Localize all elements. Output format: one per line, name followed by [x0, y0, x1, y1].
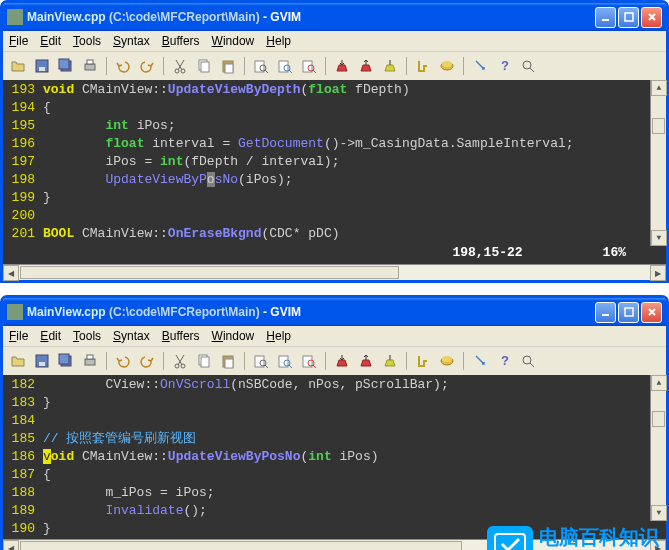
scroll-right-icon[interactable]: ▶ [650, 265, 666, 281]
undo-icon[interactable] [112, 350, 134, 372]
session-save-icon[interactable] [355, 350, 377, 372]
script-icon[interactable] [379, 350, 401, 372]
menu-buffers[interactable]: Buffers [162, 34, 200, 48]
script-icon[interactable] [379, 55, 401, 77]
help-icon[interactable]: ? [493, 55, 515, 77]
close-button[interactable] [641, 7, 662, 28]
help-icon[interactable]: ? [493, 350, 515, 372]
menu-help[interactable]: Help [266, 34, 291, 48]
print-icon[interactable] [79, 350, 101, 372]
watermark-badge-icon [487, 526, 533, 551]
minimize-button[interactable] [595, 7, 616, 28]
line-number: 196 [3, 135, 43, 153]
code-line[interactable]: 196 float interval = GetDocument()->m_Ca… [3, 135, 666, 153]
find-icon[interactable] [250, 55, 272, 77]
menu-buffers[interactable]: Buffers [162, 329, 200, 343]
menu-edit[interactable]: Edit [40, 329, 61, 343]
search-help-icon[interactable] [517, 55, 539, 77]
find-icon[interactable] [250, 350, 272, 372]
save-icon[interactable] [31, 350, 53, 372]
code-line[interactable]: 188 m_iPos = iPos; [3, 484, 666, 502]
code-line[interactable]: 200 [3, 207, 666, 225]
line-number: 199 [3, 189, 43, 207]
menu-window[interactable]: Window [212, 34, 255, 48]
session-load-icon[interactable] [331, 350, 353, 372]
menu-syntax[interactable]: Syntax [113, 34, 150, 48]
svg-rect-18 [303, 61, 312, 72]
code-editor[interactable]: 193void CMainView::UpdateViewByDepth(flo… [3, 80, 666, 264]
saveall-icon[interactable] [55, 55, 77, 77]
menu-file[interactable]: File [9, 34, 28, 48]
scroll-left-icon[interactable]: ◀ [3, 540, 19, 550]
code-line[interactable]: 201BOOL CMainView::OnEraseBkgnd(CDC* pDC… [3, 225, 666, 243]
menu-file[interactable]: File [9, 329, 28, 343]
code-line[interactable]: 195 int iPos; [3, 117, 666, 135]
copy-icon[interactable] [193, 350, 215, 372]
svg-rect-42 [303, 356, 312, 367]
code-line[interactable]: 186void CMainView::UpdateViewByPosNo(int… [3, 448, 666, 466]
watermark-text: 电脑百科知识 [539, 524, 659, 550]
code-line[interactable]: 182 CView::OnVScroll(nSBCode, nPos, pScr… [3, 376, 666, 394]
redo-icon[interactable] [136, 350, 158, 372]
close-button[interactable] [641, 302, 662, 323]
titlebar[interactable]: MainView.cpp (C:\code\MFCReport\Main) - … [3, 3, 666, 31]
make-icon[interactable] [412, 350, 434, 372]
code-line[interactable]: 197 iPos = int(fDepth / interval); [3, 153, 666, 171]
shell-icon[interactable] [436, 55, 458, 77]
paste-icon[interactable] [217, 350, 239, 372]
undo-icon[interactable] [112, 55, 134, 77]
cut-icon[interactable] [169, 55, 191, 77]
saveall-icon[interactable] [55, 350, 77, 372]
scrollbar-horizontal[interactable]: ◀ ▶ [3, 264, 666, 280]
scroll-up-icon[interactable]: ▲ [651, 375, 667, 391]
open-icon[interactable] [7, 350, 29, 372]
code-line[interactable]: 185// 按照套管编号刷新视图 [3, 430, 666, 448]
session-save-icon[interactable] [355, 55, 377, 77]
code-line[interactable]: 184 [3, 412, 666, 430]
maximize-button[interactable] [618, 302, 639, 323]
save-icon[interactable] [31, 55, 53, 77]
scroll-down-icon[interactable]: ▼ [651, 230, 667, 246]
code-line[interactable]: 194{ [3, 99, 666, 117]
search-help-icon[interactable] [517, 350, 539, 372]
menu-window[interactable]: Window [212, 329, 255, 343]
replace-icon[interactable] [298, 55, 320, 77]
findnext-icon[interactable] [274, 55, 296, 77]
replace-icon[interactable] [298, 350, 320, 372]
code-line[interactable]: 199} [3, 189, 666, 207]
scrollbar-vertical[interactable]: ▲ ▼ [650, 80, 666, 246]
print-icon[interactable] [79, 55, 101, 77]
menu-help[interactable]: Help [266, 329, 291, 343]
code-line[interactable]: 193void CMainView::UpdateViewByDepth(flo… [3, 81, 666, 99]
titlebar[interactable]: MainView.cpp (C:\code\MFCReport\Main) - … [3, 298, 666, 326]
scroll-up-icon[interactable]: ▲ [651, 80, 667, 96]
tag-icon[interactable] [469, 350, 491, 372]
scroll-down-icon[interactable]: ▼ [651, 505, 667, 521]
open-icon[interactable] [7, 55, 29, 77]
session-load-icon[interactable] [331, 55, 353, 77]
findnext-icon[interactable] [274, 350, 296, 372]
shell-icon[interactable] [436, 350, 458, 372]
scroll-left-icon[interactable]: ◀ [3, 265, 19, 281]
code-line[interactable]: 187{ [3, 466, 666, 484]
code-line[interactable]: 198 UpdateViewByPosNo(iPos); [3, 171, 666, 189]
menu-edit[interactable]: Edit [40, 34, 61, 48]
menu-tools[interactable]: Tools [73, 329, 101, 343]
copy-icon[interactable] [193, 55, 215, 77]
menu-tools[interactable]: Tools [73, 34, 101, 48]
line-number: 187 [3, 466, 43, 484]
code-line[interactable]: 183} [3, 394, 666, 412]
cut-icon[interactable] [169, 350, 191, 372]
tag-icon[interactable] [469, 55, 491, 77]
code-line[interactable]: 189 Invalidate(); [3, 502, 666, 520]
code-editor[interactable]: 182 CView::OnVScroll(nSBCode, nPos, pScr… [3, 375, 666, 539]
line-content: void CMainView::UpdateViewByDepth(float … [43, 81, 666, 99]
maximize-button[interactable] [618, 7, 639, 28]
minimize-button[interactable] [595, 302, 616, 323]
menu-syntax[interactable]: Syntax [113, 329, 150, 343]
scrollbar-vertical[interactable]: ▲ ▼ [650, 375, 666, 521]
paste-icon[interactable] [217, 55, 239, 77]
make-icon[interactable] [412, 55, 434, 77]
redo-icon[interactable] [136, 55, 158, 77]
line-number: 183 [3, 394, 43, 412]
